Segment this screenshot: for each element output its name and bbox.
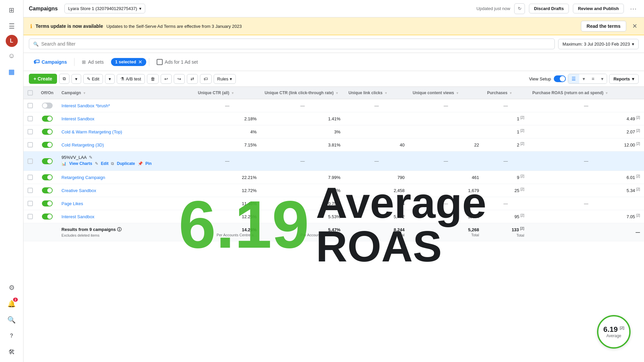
read-terms-button[interactable]: Read the terms <box>581 21 626 32</box>
row-checkbox[interactable] <box>28 201 33 206</box>
nav-divider <box>74 58 74 66</box>
campaign-toggle[interactable] <box>42 187 53 193</box>
row-checkbox[interactable] <box>28 142 33 147</box>
clear-selection-icon[interactable]: ✕ <box>138 59 142 65</box>
redo-button[interactable]: ↪ <box>174 74 185 84</box>
campaign-name[interactable]: Interest Sandbox *brush* <box>57 99 194 112</box>
ctr-link-header[interactable]: Unique CTR (link click-through rate) ▾ <box>261 87 344 99</box>
content-views-value: 3,444 <box>409 210 483 223</box>
ab-test-button[interactable]: ⚗ A/B test <box>117 74 145 84</box>
row-checkbox[interactable] <box>28 188 33 193</box>
table-icon[interactable]: ▦ <box>4 64 19 79</box>
create-button[interactable]: + Create <box>29 74 57 84</box>
row-checkbox[interactable] <box>28 116 33 121</box>
campaign-toggle[interactable] <box>42 158 53 164</box>
undo-button[interactable]: ↩ <box>161 74 172 84</box>
question-icon[interactable]: ? <box>4 328 19 343</box>
menu-icon[interactable]: ☰ <box>4 19 19 34</box>
info-icon: ℹ <box>30 23 32 29</box>
toolbar: + Create ⧉ ▾ ✎ Edit ▾ ⚗ A/B test 🗑 ↩ ↪ ⇄ <box>23 71 644 87</box>
list-view-button[interactable]: ≡ <box>588 74 598 83</box>
content-views-value <box>409 112 483 125</box>
table-row: Creative Sandbox 12.72% 5.82% 2,458 1,67… <box>23 184 644 197</box>
duplicate-link[interactable]: Duplicate <box>117 161 135 166</box>
campaign-name[interactable]: Interest Sandbox <box>57 112 194 125</box>
list-dropdown-button[interactable]: ▾ <box>598 74 607 83</box>
chevron-view-button[interactable]: ▾ <box>579 74 588 83</box>
row-checkbox[interactable] <box>28 129 33 134</box>
refresh-button[interactable]: ↻ <box>514 3 525 14</box>
campaign-name[interactable]: Cold & Warm Retargeting (Top) <box>57 125 194 138</box>
link-clicks-value <box>344 112 409 125</box>
content-views-header[interactable]: Unique content views ▾ <box>409 87 483 99</box>
campaign-header[interactable]: Campaign ▾ <box>57 87 194 99</box>
link-clicks-header[interactable]: Unique link clicks ▾ <box>344 87 409 99</box>
date-filter[interactable]: Maximum: 3 Jul 2020-10 Feb 2023 ▾ <box>558 39 639 49</box>
delete-button[interactable]: 🗑 <box>147 74 159 84</box>
adsets-grid-icon: ⊞ <box>82 59 86 65</box>
search-input-wrap[interactable]: 🔍 <box>29 39 555 49</box>
purchases-value: 25 [2] <box>483 184 528 197</box>
row-checkbox[interactable] <box>28 214 33 219</box>
avatar[interactable]: L <box>6 35 18 47</box>
discard-drafts-button[interactable]: Discard Drafts <box>529 4 569 13</box>
move-button[interactable]: ⇄ <box>187 74 198 84</box>
row-checkbox[interactable] <box>28 175 33 180</box>
pin-link[interactable]: Pin <box>146 161 152 166</box>
view-setup-toggle[interactable] <box>554 75 566 82</box>
campaign-toggle[interactable] <box>42 200 53 206</box>
campaign-toggle[interactable] <box>42 103 53 109</box>
settings-icon[interactable]: ⚙ <box>4 280 19 295</box>
campaign-toggle[interactable] <box>42 116 53 122</box>
rules-button[interactable]: Rules ▾ <box>214 74 236 84</box>
copy-dropdown-button[interactable]: ▾ <box>71 74 81 84</box>
select-all-checkbox[interactable] <box>28 90 33 96</box>
banner-title: Terms update is now available <box>36 23 103 29</box>
ctr-link-value: 1.41% <box>261 112 344 125</box>
search-icon: 🔍 <box>33 42 39 47</box>
search-input[interactable] <box>41 41 550 47</box>
campaign-toggle[interactable] <box>42 214 53 220</box>
store-selector[interactable]: Lyara Store 1 (3207940129275437) ▾ <box>64 4 145 13</box>
campaign-name[interactable]: 95%VV_LAA <box>61 155 87 160</box>
close-banner-icon[interactable]: ✕ <box>632 22 637 30</box>
selected-badge[interactable]: 1 selected ✕ <box>111 58 146 66</box>
campaign-name[interactable]: Page Likes <box>57 197 194 210</box>
more-options-icon[interactable]: ⋯ <box>628 3 639 14</box>
link-clicks-value: — <box>344 99 409 112</box>
campaign-toggle[interactable] <box>42 142 53 148</box>
row-checkbox[interactable] <box>28 103 33 108</box>
adsets-nav-item[interactable]: ⊞ Ad sets <box>77 57 108 67</box>
campaign-toggle[interactable] <box>42 129 53 135</box>
bell-icon[interactable]: 🔔 2 <box>4 296 19 311</box>
grid-view-button[interactable]: ☰ <box>568 74 579 83</box>
campaign-toggle[interactable] <box>42 174 53 180</box>
campaign-name[interactable]: Retargeting Campaign <box>57 171 194 184</box>
campaign-name[interactable]: Cold Retargeting (3D) <box>57 138 194 152</box>
edit-link[interactable]: Edit <box>101 161 109 166</box>
person-icon[interactable]: ☺ <box>4 48 19 63</box>
purchases-header[interactable]: Purchases ▾ <box>483 87 528 99</box>
reports-button[interactable]: Reports ▾ <box>609 74 639 84</box>
content-views-value: — <box>409 99 483 112</box>
ctr-all-header[interactable]: Unique CTR (all) ▾ <box>194 87 261 99</box>
campaign-name[interactable]: Interest Sandbox <box>57 210 194 223</box>
ads-nav-item[interactable]: Ads for 1 Ad set <box>152 56 203 68</box>
campaigns-nav-item[interactable]: 🏷 Campaigns <box>29 56 71 68</box>
campaign-name[interactable]: Creative Sandbox <box>57 184 194 197</box>
review-publish-button[interactable]: Review and Publish <box>573 4 624 13</box>
chevron-down-icon: ▾ <box>139 6 142 11</box>
edit-pencil-icon[interactable]: ✎ <box>89 155 93 160</box>
copy-button[interactable]: ⧉ <box>59 74 69 84</box>
roas-header[interactable]: Purchase ROAS (return on ad spend) ▾ <box>528 87 644 99</box>
edit-button[interactable]: ✎ Edit <box>83 74 103 84</box>
edit-dropdown-button[interactable]: ▾ <box>105 74 115 84</box>
search-icon[interactable]: 🔍 <box>4 312 19 327</box>
view-charts-link[interactable]: View Charts <box>69 161 92 166</box>
row-checkbox[interactable] <box>28 159 33 164</box>
ctr-link-value: 5.82% <box>261 184 344 197</box>
edit-icon: ✎ <box>87 76 91 81</box>
grid-icon[interactable]: ⊞ <box>4 3 19 17</box>
tag-button[interactable]: 🏷 <box>200 74 212 84</box>
tools-icon[interactable]: 🛠 <box>4 345 19 359</box>
